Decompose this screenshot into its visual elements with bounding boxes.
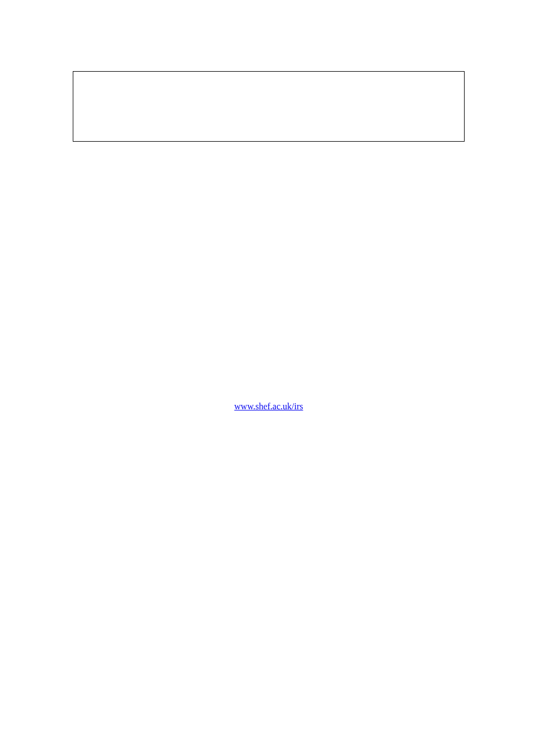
- page-container: www.shef.ac.uk/irs: [73, 71, 465, 414]
- title-box-frame: [73, 71, 465, 142]
- irs-link[interactable]: www.shef.ac.uk/irs: [235, 402, 303, 411]
- spacer: [73, 142, 465, 399]
- link-line: www.shef.ac.uk/irs: [73, 399, 465, 414]
